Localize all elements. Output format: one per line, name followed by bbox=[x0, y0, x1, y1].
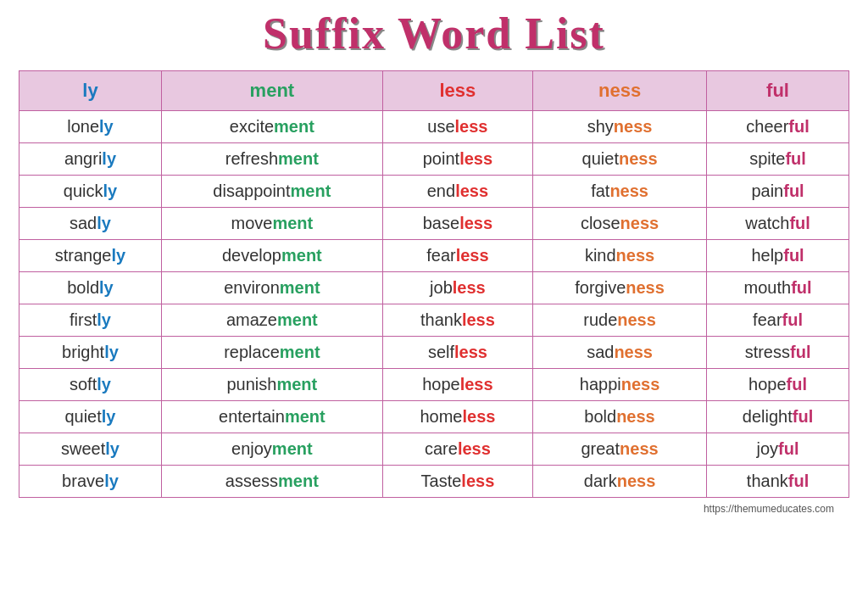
word-suffix: ment bbox=[280, 278, 320, 297]
word-suffix: ness bbox=[614, 117, 653, 136]
word-base: bold bbox=[584, 407, 616, 426]
word-base: soft bbox=[70, 375, 97, 394]
word-base: pain bbox=[751, 181, 783, 200]
table-cell: hopeless bbox=[382, 369, 532, 401]
word-base: strange bbox=[55, 246, 112, 265]
table-cell: fearless bbox=[382, 240, 532, 272]
table-cell: boldness bbox=[533, 401, 707, 433]
table-cell: enjoyment bbox=[161, 433, 382, 466]
table-row: angrilyrefreshmentpointlessquietnessspit… bbox=[19, 143, 849, 176]
word-suffix: ful bbox=[782, 310, 803, 329]
table-cell: bravely bbox=[19, 466, 162, 498]
word-base: first bbox=[70, 310, 97, 329]
table-cell: baseless bbox=[382, 208, 532, 240]
word-suffix: ness bbox=[617, 472, 656, 490]
word-base: forgive bbox=[575, 278, 626, 297]
suffix-word-table: lymentlessnessful lonelyexcitementuseles… bbox=[19, 70, 849, 498]
word-suffix: ful bbox=[793, 407, 813, 426]
word-suffix: ful bbox=[783, 181, 804, 200]
word-base: move bbox=[231, 214, 273, 232]
table-cell: selfless bbox=[382, 337, 532, 369]
word-suffix: ment bbox=[278, 149, 319, 168]
word-base: entertain bbox=[219, 407, 285, 426]
word-suffix: ly bbox=[102, 149, 116, 168]
word-suffix: less bbox=[462, 407, 495, 426]
word-suffix: ly bbox=[102, 407, 116, 426]
word-base: hope bbox=[748, 375, 787, 394]
word-base: dark bbox=[584, 472, 617, 490]
word-base: quiet bbox=[64, 407, 101, 426]
table-cell: fearful bbox=[707, 304, 849, 337]
word-suffix: ment bbox=[274, 117, 314, 136]
word-suffix: less bbox=[454, 343, 487, 361]
table-cell: brightly bbox=[19, 337, 162, 369]
word-base: quick bbox=[64, 181, 103, 200]
word-base: joy bbox=[757, 439, 779, 458]
word-base: great bbox=[581, 439, 620, 458]
word-suffix: ful bbox=[788, 472, 809, 490]
table-cell: boldly bbox=[19, 272, 162, 304]
table-cell: stressful bbox=[707, 337, 849, 369]
word-base: excite bbox=[230, 117, 274, 136]
word-base: thank bbox=[420, 310, 462, 329]
word-base: replace bbox=[224, 343, 280, 361]
word-suffix: ful bbox=[778, 439, 798, 458]
word-suffix: ly bbox=[103, 181, 117, 200]
word-suffix: ly bbox=[99, 117, 114, 136]
word-base: thank bbox=[747, 472, 788, 490]
table-row: sadlymovementbaselessclosenesswatchful bbox=[19, 208, 849, 240]
table-cell: cheerful bbox=[707, 111, 849, 143]
table-cell: quietly bbox=[19, 401, 162, 433]
word-suffix: ment bbox=[272, 214, 313, 232]
word-suffix: ness bbox=[609, 181, 648, 200]
table-cell: environment bbox=[161, 272, 382, 304]
word-base: watch bbox=[745, 214, 789, 232]
column-header-ly: ly bbox=[19, 71, 162, 111]
word-base: sad bbox=[70, 214, 97, 232]
table-row: sweetlyenjoymentcarelessgreatnessjoyful bbox=[19, 433, 849, 466]
word-base: fat bbox=[591, 181, 609, 200]
table-row: lonelyexcitementuselessshynesscheerful bbox=[19, 111, 849, 143]
word-base: home bbox=[420, 407, 462, 426]
table-cell: refreshment bbox=[161, 143, 382, 176]
table-cell: punishment bbox=[161, 369, 382, 401]
table-cell: jobless bbox=[382, 272, 532, 304]
word-suffix: less bbox=[453, 278, 486, 297]
word-suffix: less bbox=[456, 246, 489, 265]
word-suffix: ment bbox=[281, 246, 322, 265]
word-base: bright bbox=[62, 343, 104, 361]
word-suffix: ment bbox=[291, 181, 331, 200]
table-row: bravelyassessmentTastelessdarknessthankf… bbox=[19, 466, 849, 498]
word-suffix: ness bbox=[626, 278, 665, 297]
word-base: angri bbox=[64, 149, 102, 168]
word-suffix: less bbox=[462, 310, 495, 329]
table-cell: excitement bbox=[161, 111, 382, 143]
table-row: boldlyenvironmentjoblessforgivenessmouth… bbox=[19, 272, 849, 304]
word-base: quiet bbox=[582, 149, 619, 168]
table-cell: delightful bbox=[707, 401, 849, 433]
table-header-row: lymentlessnessful bbox=[19, 71, 849, 111]
table-row: softlypunishmenthopelesshappinesshopeful bbox=[19, 369, 849, 401]
word-suffix: ness bbox=[616, 246, 655, 265]
word-suffix: ly bbox=[104, 472, 119, 490]
table-cell: lonely bbox=[19, 111, 162, 143]
table-cell: useless bbox=[382, 111, 532, 143]
column-header-ness: ness bbox=[533, 71, 707, 111]
word-suffix: ment bbox=[276, 375, 317, 394]
table-cell: softly bbox=[19, 369, 162, 401]
table-cell: quietness bbox=[533, 143, 707, 176]
table-row: strangelydevelopmentfearlesskindnesshelp… bbox=[19, 240, 849, 272]
word-base: happi bbox=[580, 375, 621, 394]
word-base: punish bbox=[226, 375, 276, 394]
table-row: firstlyamazementthanklessrudenessfearful bbox=[19, 304, 849, 337]
table-cell: happiness bbox=[533, 369, 707, 401]
table-row: quietlyentertainmenthomelessboldnessdeli… bbox=[19, 401, 849, 433]
word-base: point bbox=[423, 149, 459, 168]
table-cell: hopeful bbox=[707, 369, 849, 401]
table-cell: angrily bbox=[19, 143, 162, 176]
word-suffix: ment bbox=[272, 439, 313, 458]
word-base: shy bbox=[587, 117, 614, 136]
table-cell: replacement bbox=[161, 337, 382, 369]
table-cell: thankless bbox=[382, 304, 532, 337]
table-cell: forgiveness bbox=[533, 272, 707, 304]
